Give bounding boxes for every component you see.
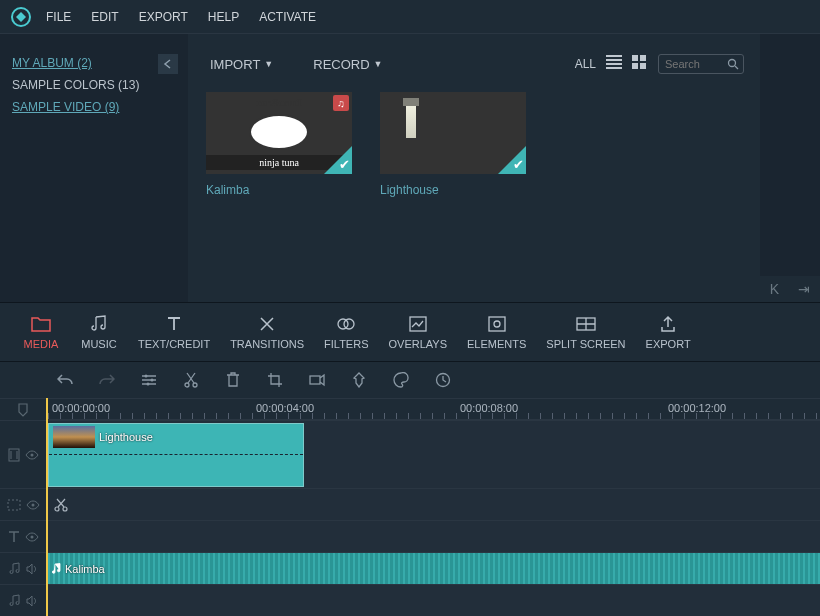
menu-edit[interactable]: EDIT bbox=[91, 10, 118, 24]
scissors-icon bbox=[54, 498, 68, 512]
redo-button[interactable] bbox=[98, 371, 116, 389]
filters-icon bbox=[336, 315, 356, 333]
search-box[interactable] bbox=[658, 54, 744, 74]
tab-export[interactable]: EXPORT bbox=[636, 303, 701, 361]
music-badge-icon: ♫ bbox=[333, 95, 349, 111]
svg-point-10 bbox=[494, 321, 500, 327]
record-button[interactable]: RECORD ▼ bbox=[313, 57, 382, 72]
grid-view-icon[interactable] bbox=[632, 55, 650, 73]
kalimba-artist: mr.Scruff bbox=[256, 96, 301, 108]
sidebar-item-my-album[interactable]: MY ALBUM (2) bbox=[12, 56, 176, 70]
media-toolbar: IMPORT ▼ RECORD ▼ ALL bbox=[188, 34, 760, 74]
svg-rect-17 bbox=[310, 376, 320, 384]
timeline-toolbar bbox=[0, 362, 820, 398]
video-clip-lighthouse[interactable]: Lighthouse bbox=[48, 423, 304, 487]
time-ruler[interactable]: 00:00:00:00 00:00:04:00 00:00:08:00 00:0… bbox=[48, 398, 820, 420]
tab-text[interactable]: TEXT/CREDIT bbox=[128, 303, 220, 361]
tab-elements[interactable]: ELEMENTS bbox=[457, 303, 536, 361]
arrow-left-icon bbox=[163, 59, 173, 69]
tab-media[interactable]: MEDIA bbox=[12, 303, 70, 361]
ruler-tick: 00:00:00:00 bbox=[52, 402, 110, 414]
tab-label: SPLIT SCREEN bbox=[546, 338, 625, 350]
clip-title: Lighthouse bbox=[99, 431, 153, 443]
text-track-icon bbox=[8, 531, 20, 543]
svg-point-7 bbox=[344, 319, 354, 329]
audio-track-header[interactable] bbox=[0, 552, 46, 584]
import-button[interactable]: IMPORT ▼ bbox=[210, 57, 273, 72]
pin-button[interactable] bbox=[350, 371, 368, 389]
speaker-icon bbox=[26, 563, 38, 575]
tab-label: MUSIC bbox=[81, 338, 116, 350]
audio-track-2[interactable] bbox=[48, 584, 820, 616]
text-track-header[interactable] bbox=[0, 520, 46, 552]
svg-rect-2 bbox=[640, 55, 646, 61]
menu-file[interactable]: FILE bbox=[46, 10, 71, 24]
svg-rect-8 bbox=[410, 317, 426, 331]
filter-all[interactable]: ALL bbox=[575, 57, 596, 71]
check-icon: ✔ bbox=[339, 157, 350, 172]
eye-icon bbox=[25, 450, 39, 460]
folder-icon bbox=[31, 315, 51, 333]
pip-track[interactable] bbox=[48, 488, 820, 520]
chevron-down-icon: ▼ bbox=[264, 59, 273, 69]
tab-music[interactable]: MUSIC bbox=[70, 303, 128, 361]
audio-track[interactable]: Kalimba bbox=[48, 552, 820, 584]
media-thumbnails: mr.Scruff ninja tuna ♫ ✔ Kalimba ✔ Light… bbox=[188, 74, 760, 197]
svg-rect-1 bbox=[632, 55, 638, 61]
audio-track-2-header[interactable] bbox=[0, 584, 46, 616]
app-logo bbox=[10, 6, 32, 28]
video-track-header[interactable] bbox=[0, 420, 46, 488]
tab-transitions[interactable]: TRANSITIONS bbox=[220, 303, 314, 361]
media-item-lighthouse[interactable]: ✔ Lighthouse bbox=[380, 92, 526, 197]
crop-button[interactable] bbox=[266, 371, 284, 389]
video-track[interactable]: Lighthouse bbox=[48, 420, 820, 488]
music-note-icon bbox=[52, 563, 62, 575]
media-label: Kalimba bbox=[206, 183, 352, 197]
sidebar-item-sample-colors[interactable]: SAMPLE COLORS (13) bbox=[12, 78, 176, 92]
sidebar-item-sample-video[interactable]: SAMPLE VIDEO (9) bbox=[12, 100, 176, 114]
delete-button[interactable] bbox=[224, 371, 242, 389]
menu-help[interactable]: HELP bbox=[208, 10, 239, 24]
list-view-icon[interactable] bbox=[606, 55, 624, 73]
undo-button[interactable] bbox=[56, 371, 74, 389]
tab-overlays[interactable]: OVERLAYS bbox=[379, 303, 458, 361]
overlays-icon bbox=[409, 315, 427, 333]
eye-icon bbox=[26, 500, 40, 510]
marker-header[interactable] bbox=[0, 398, 46, 420]
tab-label: OVERLAYS bbox=[389, 338, 448, 350]
ruler-tick: 00:00:08:00 bbox=[460, 402, 518, 414]
preview-area: K ⇥ bbox=[760, 34, 820, 302]
clip-thumbnail bbox=[53, 426, 95, 448]
collapse-sidebar-button[interactable] bbox=[158, 54, 178, 74]
tab-filters[interactable]: FILTERS bbox=[314, 303, 378, 361]
timeline-tracks[interactable]: 00:00:00:00 00:00:04:00 00:00:08:00 00:0… bbox=[46, 398, 820, 616]
audio-clip-kalimba[interactable]: Kalimba bbox=[48, 553, 820, 585]
text-track[interactable] bbox=[48, 520, 820, 552]
audio-track-icon bbox=[9, 562, 21, 576]
menu-activate[interactable]: ACTIVATE bbox=[259, 10, 316, 24]
media-item-kalimba[interactable]: mr.Scruff ninja tuna ♫ ✔ Kalimba bbox=[206, 92, 352, 197]
svg-point-22 bbox=[31, 503, 34, 506]
track-headers bbox=[0, 398, 46, 616]
svg-point-16 bbox=[193, 383, 197, 387]
next-frame-icon[interactable]: ⇥ bbox=[798, 281, 810, 297]
export-icon bbox=[660, 315, 676, 333]
settings-button[interactable] bbox=[140, 371, 158, 389]
preview-controls: K ⇥ bbox=[760, 276, 820, 302]
pip-track-header[interactable] bbox=[0, 488, 46, 520]
elements-icon bbox=[488, 315, 506, 333]
module-tabs: MEDIA MUSIC TEXT/CREDIT TRANSITIONS FILT… bbox=[0, 302, 820, 362]
tab-split-screen[interactable]: SPLIT SCREEN bbox=[536, 303, 635, 361]
cut-button[interactable] bbox=[182, 371, 200, 389]
flash-button[interactable] bbox=[308, 371, 326, 389]
svg-point-20 bbox=[30, 453, 33, 456]
eye-icon bbox=[25, 532, 39, 542]
prev-frame-icon[interactable]: K bbox=[770, 281, 779, 297]
menu-export[interactable]: EXPORT bbox=[139, 10, 188, 24]
svg-point-5 bbox=[729, 60, 736, 67]
pip-icon bbox=[7, 499, 21, 511]
color-button[interactable] bbox=[392, 371, 410, 389]
svg-point-14 bbox=[147, 383, 150, 386]
clock-button[interactable] bbox=[434, 371, 452, 389]
svg-rect-9 bbox=[489, 317, 505, 331]
